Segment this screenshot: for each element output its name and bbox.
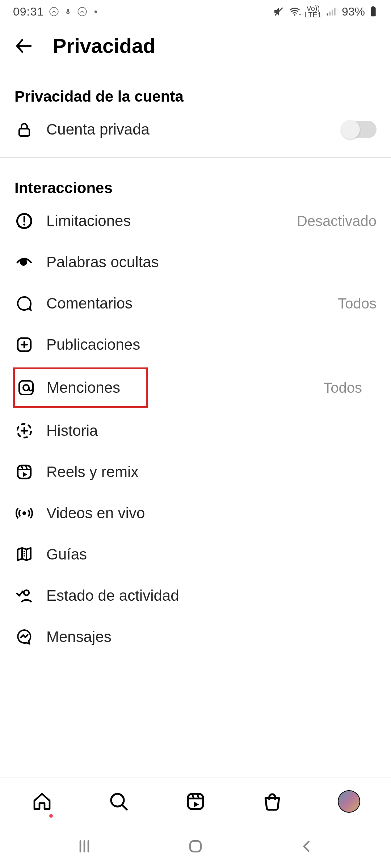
svg-point-33: [24, 590, 29, 595]
notification-dot-icon: [49, 814, 53, 818]
section-title-interactions: Interacciones: [0, 158, 391, 200]
svg-rect-6: [327, 13, 328, 15]
live-icon: [14, 503, 34, 523]
svg-rect-43: [190, 841, 201, 851]
svg-rect-1: [67, 9, 69, 13]
svg-rect-25: [18, 465, 31, 478]
svg-rect-9: [334, 8, 336, 15]
svg-point-29: [22, 511, 26, 515]
status-dot-icon: [94, 10, 97, 13]
sys-home-icon: [188, 838, 203, 854]
comments-label: Comentarios: [46, 295, 325, 312]
row-live[interactable]: Videos en vivo: [0, 493, 391, 534]
avatar: [338, 790, 360, 813]
battery-icon: [369, 6, 378, 17]
posts-label: Publicaciones: [46, 336, 377, 353]
row-posts[interactable]: Publicaciones: [0, 324, 391, 365]
svg-rect-12: [19, 129, 29, 136]
svg-point-16: [20, 259, 27, 266]
status-bar: 09:31 + Vo))LTE1 93%: [0, 0, 391, 23]
activity-icon: [14, 586, 34, 605]
row-reels[interactable]: Reels y remix: [0, 451, 391, 493]
row-mentions[interactable]: Menciones Todos: [0, 365, 391, 410]
row-hidden-words[interactable]: Palabras ocultas: [0, 242, 391, 283]
nav-reels[interactable]: [183, 789, 208, 814]
search-icon: [109, 791, 129, 812]
status-right: + Vo))LTE1 93%: [273, 5, 378, 18]
sys-home[interactable]: [185, 835, 206, 857]
comment-icon: [14, 294, 34, 313]
sys-back[interactable]: [296, 835, 318, 857]
svg-rect-20: [19, 381, 33, 395]
svg-point-0: [50, 7, 58, 16]
story-icon: [14, 421, 34, 441]
svg-rect-8: [332, 10, 333, 16]
back-button[interactable]: [13, 35, 35, 57]
plus-square-icon: [14, 335, 34, 354]
mentions-label: Menciones: [47, 379, 143, 396]
row-private-account[interactable]: Cuenta privada: [0, 109, 391, 150]
private-account-toggle[interactable]: [342, 121, 377, 138]
story-label: Historia: [46, 422, 377, 439]
lock-icon: [14, 120, 34, 139]
header: Privacidad: [0, 23, 391, 66]
nav-search[interactable]: [106, 789, 131, 814]
system-nav: [0, 825, 391, 868]
sys-recents[interactable]: [73, 835, 95, 857]
recents-icon: [76, 838, 92, 854]
at-icon: [16, 378, 36, 397]
nav-profile[interactable]: [336, 789, 362, 814]
messenger-icon: [14, 627, 34, 647]
private-account-label: Cuenta privada: [46, 121, 329, 138]
svg-text:+: +: [298, 12, 301, 17]
guides-label: Guías: [46, 546, 377, 563]
reels-icon: [14, 462, 34, 482]
guides-icon: [14, 545, 34, 564]
status-time: 09:31: [13, 5, 44, 18]
wifi-icon: +: [288, 6, 301, 17]
arrow-left-icon: [14, 36, 34, 56]
row-guides[interactable]: Guías: [0, 534, 391, 575]
svg-point-21: [23, 385, 29, 391]
live-label: Videos en vivo: [46, 505, 377, 522]
svg-rect-36: [188, 794, 203, 809]
comments-value: Todos: [338, 295, 377, 312]
clock-icon: [49, 7, 59, 17]
content: Privacidad de la cuenta Cuenta privada I…: [0, 66, 391, 778]
highlight-box: Menciones: [13, 367, 148, 408]
activity-label: Estado de actividad: [46, 587, 377, 604]
signal-icon: [325, 6, 338, 17]
row-limits[interactable]: Limitaciones Desactivado: [0, 200, 391, 242]
row-messages[interactable]: Mensajes: [0, 616, 391, 658]
hidden-words-label: Palabras ocultas: [46, 254, 377, 271]
bottom-nav: [0, 778, 391, 825]
toggle-knob: [341, 120, 360, 139]
nav-shop[interactable]: [260, 789, 285, 814]
row-activity-status[interactable]: Estado de actividad: [0, 575, 391, 616]
shop-icon: [262, 791, 282, 812]
svg-rect-11: [372, 6, 374, 8]
eye-icon: [14, 252, 34, 272]
home-icon: [32, 791, 52, 812]
reels-label: Reels y remix: [46, 463, 377, 481]
sys-back-icon: [299, 838, 315, 854]
mic-icon: [64, 7, 72, 17]
svg-point-4: [294, 14, 295, 16]
reels-nav-icon: [185, 791, 206, 812]
svg-point-15: [23, 224, 25, 226]
volte-icon: Vo))LTE1: [305, 5, 321, 18]
page-title: Privacidad: [53, 34, 155, 58]
messages-label: Mensajes: [46, 628, 377, 646]
limits-label: Limitaciones: [46, 212, 285, 230]
section-title-account: Privacidad de la cuenta: [0, 66, 391, 109]
battery-percent: 93%: [342, 5, 365, 18]
svg-rect-7: [329, 12, 331, 16]
row-comments[interactable]: Comentarios Todos: [0, 283, 391, 324]
svg-rect-10: [371, 7, 375, 16]
svg-point-2: [78, 7, 86, 16]
mentions-value: Todos: [323, 380, 362, 396]
row-story[interactable]: Historia: [0, 410, 391, 451]
nav-home[interactable]: [29, 789, 55, 814]
status-left: 09:31: [13, 5, 97, 18]
limits-value: Desactivado: [297, 213, 377, 229]
